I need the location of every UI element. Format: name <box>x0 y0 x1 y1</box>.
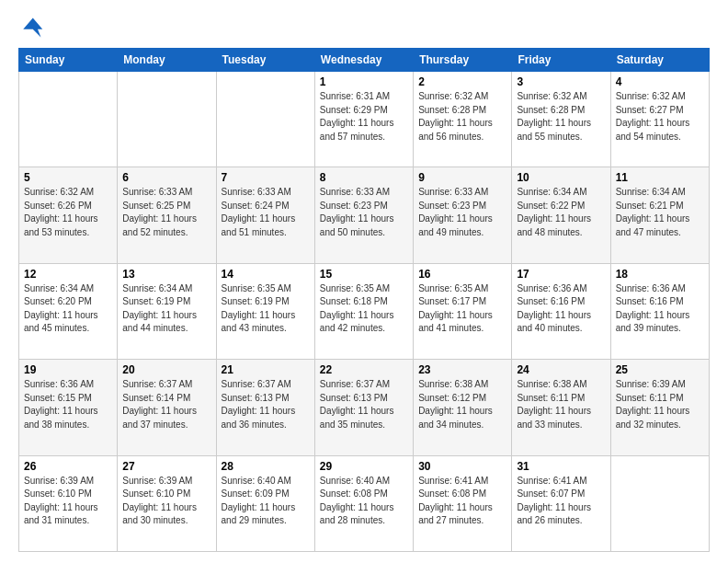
logo-icon <box>18 15 44 40</box>
col-header-tuesday: Tuesday <box>216 49 314 72</box>
calendar-cell: 13Sunrise: 6:34 AMSunset: 6:19 PMDayligh… <box>118 263 216 359</box>
logo <box>18 15 48 40</box>
col-header-thursday: Thursday <box>414 49 512 72</box>
col-header-friday: Friday <box>512 49 610 72</box>
day-info: Sunrise: 6:37 AMSunset: 6:13 PMDaylight:… <box>320 378 408 431</box>
day-info: Sunrise: 6:36 AMSunset: 6:15 PMDaylight:… <box>24 378 112 431</box>
calendar-cell: 26Sunrise: 6:39 AMSunset: 6:10 PMDayligh… <box>19 455 118 551</box>
svg-marker-0 <box>23 18 42 38</box>
day-number: 30 <box>418 460 506 473</box>
calendar-cell: 2Sunrise: 6:32 AMSunset: 6:28 PMDaylight… <box>414 72 512 167</box>
day-number: 1 <box>320 75 408 88</box>
calendar-cell: 30Sunrise: 6:41 AMSunset: 6:08 PMDayligh… <box>414 455 512 551</box>
calendar-cell: 24Sunrise: 6:38 AMSunset: 6:11 PMDayligh… <box>512 360 610 455</box>
day-info: Sunrise: 6:32 AMSunset: 6:27 PMDaylight:… <box>616 90 704 144</box>
day-info: Sunrise: 6:31 AMSunset: 6:29 PMDaylight:… <box>320 90 408 144</box>
calendar-cell: 8Sunrise: 6:33 AMSunset: 6:23 PMDaylight… <box>314 167 413 263</box>
day-info: Sunrise: 6:36 AMSunset: 6:16 PMDaylight:… <box>616 282 704 336</box>
day-number: 26 <box>24 460 112 473</box>
day-number: 14 <box>222 268 310 281</box>
calendar-cell: 22Sunrise: 6:37 AMSunset: 6:13 PMDayligh… <box>314 360 413 455</box>
day-number: 9 <box>418 171 506 184</box>
header <box>18 15 710 40</box>
col-header-monday: Monday <box>118 49 216 72</box>
day-number: 16 <box>418 268 506 281</box>
calendar-cell <box>118 72 216 167</box>
calendar-cell: 9Sunrise: 6:33 AMSunset: 6:23 PMDaylight… <box>414 167 512 263</box>
day-info: Sunrise: 6:39 AMSunset: 6:10 PMDaylight:… <box>24 475 112 528</box>
day-number: 31 <box>517 460 605 473</box>
calendar-cell: 15Sunrise: 6:35 AMSunset: 6:18 PMDayligh… <box>314 263 413 359</box>
calendar-cell: 5Sunrise: 6:32 AMSunset: 6:26 PMDaylight… <box>19 167 118 263</box>
day-info: Sunrise: 6:40 AMSunset: 6:09 PMDaylight:… <box>222 475 310 528</box>
day-number: 28 <box>222 460 310 473</box>
week-row-5: 26Sunrise: 6:39 AMSunset: 6:10 PMDayligh… <box>19 455 710 551</box>
col-header-saturday: Saturday <box>610 49 709 72</box>
calendar-cell: 14Sunrise: 6:35 AMSunset: 6:19 PMDayligh… <box>216 263 314 359</box>
calendar-cell <box>216 72 314 167</box>
calendar-cell: 6Sunrise: 6:33 AMSunset: 6:25 PMDaylight… <box>118 167 216 263</box>
day-info: Sunrise: 6:34 AMSunset: 6:22 PMDaylight:… <box>517 186 605 239</box>
day-number: 24 <box>517 363 605 376</box>
day-number: 2 <box>418 75 506 88</box>
calendar-cell: 21Sunrise: 6:37 AMSunset: 6:13 PMDayligh… <box>216 360 314 455</box>
week-row-2: 5Sunrise: 6:32 AMSunset: 6:26 PMDaylight… <box>19 167 710 263</box>
day-info: Sunrise: 6:32 AMSunset: 6:28 PMDaylight:… <box>517 90 605 144</box>
day-info: Sunrise: 6:32 AMSunset: 6:26 PMDaylight:… <box>24 186 112 239</box>
calendar-cell: 1Sunrise: 6:31 AMSunset: 6:29 PMDaylight… <box>314 72 413 167</box>
day-number: 25 <box>616 363 704 376</box>
calendar-cell: 12Sunrise: 6:34 AMSunset: 6:20 PMDayligh… <box>19 263 118 359</box>
day-number: 19 <box>24 363 112 376</box>
day-number: 29 <box>320 460 408 473</box>
day-info: Sunrise: 6:33 AMSunset: 6:23 PMDaylight:… <box>418 186 506 239</box>
calendar-cell: 4Sunrise: 6:32 AMSunset: 6:27 PMDaylight… <box>610 72 709 167</box>
day-info: Sunrise: 6:41 AMSunset: 6:07 PMDaylight:… <box>517 475 605 528</box>
day-number: 5 <box>24 171 112 184</box>
calendar-table: SundayMondayTuesdayWednesdayThursdayFrid… <box>18 48 710 552</box>
day-number: 20 <box>122 363 210 376</box>
day-number: 6 <box>122 171 210 184</box>
day-info: Sunrise: 6:38 AMSunset: 6:11 PMDaylight:… <box>517 378 605 431</box>
day-info: Sunrise: 6:34 AMSunset: 6:21 PMDaylight:… <box>616 186 704 239</box>
calendar-cell: 29Sunrise: 6:40 AMSunset: 6:08 PMDayligh… <box>314 455 413 551</box>
day-number: 8 <box>320 171 408 184</box>
calendar-cell: 27Sunrise: 6:39 AMSunset: 6:10 PMDayligh… <box>118 455 216 551</box>
day-number: 21 <box>222 363 310 376</box>
col-header-sunday: Sunday <box>19 49 118 72</box>
day-info: Sunrise: 6:39 AMSunset: 6:11 PMDaylight:… <box>616 378 704 431</box>
day-info: Sunrise: 6:33 AMSunset: 6:25 PMDaylight:… <box>122 186 210 239</box>
calendar-cell: 23Sunrise: 6:38 AMSunset: 6:12 PMDayligh… <box>414 360 512 455</box>
day-number: 22 <box>320 363 408 376</box>
day-number: 12 <box>24 268 112 281</box>
day-info: Sunrise: 6:34 AMSunset: 6:20 PMDaylight:… <box>24 282 112 336</box>
day-info: Sunrise: 6:39 AMSunset: 6:10 PMDaylight:… <box>122 475 210 528</box>
day-info: Sunrise: 6:35 AMSunset: 6:17 PMDaylight:… <box>418 282 506 336</box>
day-info: Sunrise: 6:37 AMSunset: 6:13 PMDaylight:… <box>222 378 310 431</box>
calendar-cell <box>610 455 709 551</box>
day-info: Sunrise: 6:35 AMSunset: 6:18 PMDaylight:… <box>320 282 408 336</box>
day-info: Sunrise: 6:41 AMSunset: 6:08 PMDaylight:… <box>418 475 506 528</box>
calendar-cell: 20Sunrise: 6:37 AMSunset: 6:14 PMDayligh… <box>118 360 216 455</box>
day-number: 17 <box>517 268 605 281</box>
calendar-cell: 3Sunrise: 6:32 AMSunset: 6:28 PMDaylight… <box>512 72 610 167</box>
day-info: Sunrise: 6:32 AMSunset: 6:28 PMDaylight:… <box>418 90 506 144</box>
week-row-4: 19Sunrise: 6:36 AMSunset: 6:15 PMDayligh… <box>19 360 710 455</box>
calendar-cell: 10Sunrise: 6:34 AMSunset: 6:22 PMDayligh… <box>512 167 610 263</box>
calendar-cell: 7Sunrise: 6:33 AMSunset: 6:24 PMDaylight… <box>216 167 314 263</box>
day-info: Sunrise: 6:34 AMSunset: 6:19 PMDaylight:… <box>122 282 210 336</box>
day-info: Sunrise: 6:38 AMSunset: 6:12 PMDaylight:… <box>418 378 506 431</box>
calendar-cell <box>19 72 118 167</box>
col-header-wednesday: Wednesday <box>314 49 413 72</box>
calendar-cell: 19Sunrise: 6:36 AMSunset: 6:15 PMDayligh… <box>19 360 118 455</box>
day-info: Sunrise: 6:33 AMSunset: 6:24 PMDaylight:… <box>222 186 310 239</box>
day-number: 15 <box>320 268 408 281</box>
calendar-cell: 11Sunrise: 6:34 AMSunset: 6:21 PMDayligh… <box>610 167 709 263</box>
day-number: 11 <box>616 171 704 184</box>
calendar-cell: 31Sunrise: 6:41 AMSunset: 6:07 PMDayligh… <box>512 455 610 551</box>
calendar-cell: 18Sunrise: 6:36 AMSunset: 6:16 PMDayligh… <box>610 263 709 359</box>
calendar-cell: 25Sunrise: 6:39 AMSunset: 6:11 PMDayligh… <box>610 360 709 455</box>
day-number: 3 <box>517 75 605 88</box>
calendar-cell: 16Sunrise: 6:35 AMSunset: 6:17 PMDayligh… <box>414 263 512 359</box>
week-row-3: 12Sunrise: 6:34 AMSunset: 6:20 PMDayligh… <box>19 263 710 359</box>
day-number: 7 <box>222 171 310 184</box>
